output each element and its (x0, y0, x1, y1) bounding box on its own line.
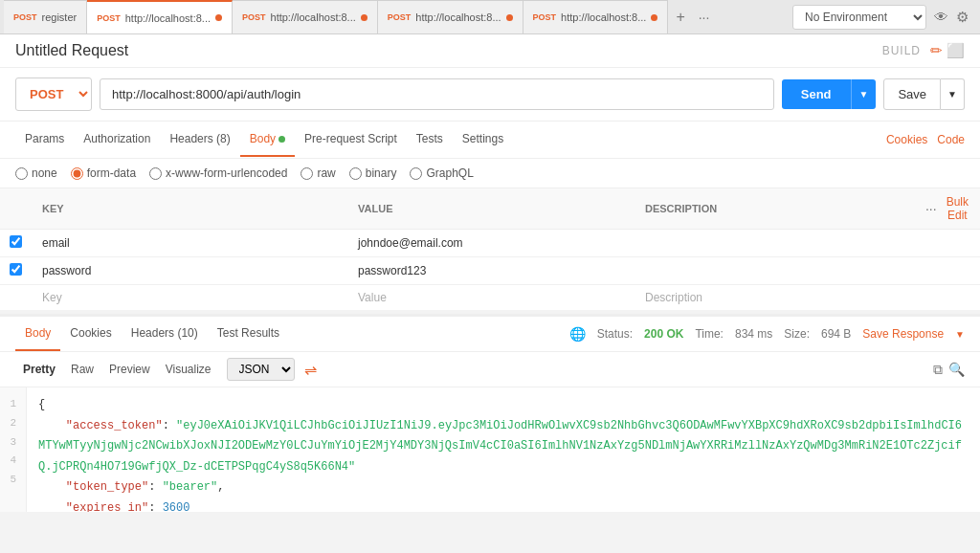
line-number: 1 (10, 395, 16, 414)
tab-tab1[interactable]: POSThttp://localhost:8... (87, 0, 233, 33)
time-value: 834 ms (735, 327, 772, 341)
resp-tab-cookies[interactable]: Cookies (60, 317, 121, 351)
settings-icon-button[interactable]: ⚙ (956, 9, 969, 26)
body-type-graphql[interactable]: GraphQL (410, 166, 473, 180)
resp-tab-test-results[interactable]: Test Results (208, 317, 289, 351)
url-bar: POST Send ▼ Save ▼ (0, 68, 980, 122)
wrap-icon-button[interactable]: ⇌ (299, 359, 323, 381)
sub-tab-authorization[interactable]: Authorization (74, 122, 160, 157)
request-title-bar: Untitled Request BUILD ✏ ⬜ (0, 34, 980, 68)
response-status-bar: 🌐 Status: 200 OK Time: 834 ms Size: 694 … (569, 326, 965, 342)
code-line: "token_type": "bearer", (38, 477, 969, 498)
url-input[interactable] (100, 78, 774, 110)
body-type-none[interactable]: none (15, 166, 57, 180)
row-value: johndoe@email.com (358, 236, 463, 250)
format-select[interactable]: JSON (227, 358, 295, 381)
line-number: 3 (10, 433, 16, 453)
body-type-bar: noneform-datax-www-form-urlencodedrawbin… (0, 159, 980, 188)
sub-tab-settings[interactable]: Settings (453, 122, 513, 157)
table-row: password password123 (0, 257, 980, 285)
table-row: email johndoe@email.com (0, 230, 980, 257)
placeholder-key: Key (42, 291, 62, 304)
code-line: "access_token": "eyJ0eXAiOiJKV1QiLCJhbGc… (38, 416, 969, 478)
view-tab-visualize[interactable]: Visualize (158, 358, 219, 381)
sub-tab-headers[interactable]: Headers (8) (160, 122, 239, 157)
sub-tab-tests[interactable]: Tests (407, 122, 453, 157)
row-key-cell: email (31, 230, 346, 257)
th-actions: ··· Bulk Edit (914, 188, 980, 230)
method-select[interactable]: POST (15, 77, 92, 111)
response-section: BodyCookiesHeaders (10)Test Results 🌐 St… (0, 314, 980, 512)
cookies-link[interactable]: Cookies (886, 122, 927, 158)
globe-icon: 🌐 (569, 326, 586, 342)
row-actions-cell (914, 230, 980, 257)
save-to-cloud-button[interactable]: ⬜ (947, 42, 965, 59)
row-description-cell (634, 257, 914, 285)
line-number: 2 (10, 414, 16, 433)
tab-register[interactable]: POSTregister (4, 0, 87, 33)
build-label: BUILD (882, 44, 921, 57)
body-type-binary[interactable]: binary (349, 166, 397, 180)
status-value: 200 OK (644, 327, 683, 341)
save-response-button[interactable]: Save Response (862, 327, 944, 341)
new-tab-button[interactable]: + (668, 0, 692, 34)
view-tab-raw[interactable]: Raw (63, 358, 101, 381)
edit-title-button[interactable]: ✏ (930, 42, 943, 59)
size-label: Size: (784, 327, 810, 341)
sub-tab-pre-request[interactable]: Pre-request Script (295, 122, 407, 157)
tab-tab2[interactable]: POSThttp://localhost:8... (233, 0, 378, 33)
tab-tab4[interactable]: POSThttp://localhost:8... (523, 0, 669, 33)
eye-icon-button[interactable]: 👁 (934, 9, 948, 25)
row-checkbox[interactable] (10, 235, 22, 248)
resp-tab-body[interactable]: Body (15, 317, 60, 351)
row-checkbox[interactable] (10, 263, 22, 276)
placeholder-description-cell[interactable]: Description (634, 285, 914, 311)
placeholder-value-cell[interactable]: Value (346, 285, 634, 311)
save-dropdown-button[interactable]: ▼ (941, 78, 965, 110)
sub-tab-params[interactable]: Params (15, 122, 74, 157)
send-dropdown-button[interactable]: ▼ (851, 79, 877, 109)
line-number: 5 (10, 471, 16, 490)
code-line: { (38, 395, 969, 416)
code-content: { "access_token": "eyJ0eXAiOiJKV1QiLCJhb… (27, 387, 980, 512)
body-type-raw[interactable]: raw (301, 166, 335, 180)
view-tab-preview[interactable]: Preview (101, 358, 158, 381)
save-button[interactable]: Save (883, 78, 941, 110)
row-description-cell (634, 230, 914, 257)
more-options-button[interactable]: ··· (925, 201, 937, 216)
placeholder-key-cell[interactable]: Key (31, 285, 346, 311)
search-response-button[interactable]: 🔍 (948, 362, 965, 378)
code-line: "expires_in": 3600 (38, 498, 969, 512)
status-label: Status: (597, 327, 633, 341)
copy-response-button[interactable]: ⧉ (933, 362, 943, 378)
send-button[interactable]: Send (782, 79, 851, 109)
resp-tabs-container: BodyCookiesHeaders (10)Test Results (15, 317, 289, 351)
row-checkbox-cell[interactable] (0, 230, 31, 257)
environment-select[interactable]: No Environment (792, 5, 926, 30)
placeholder-actions-cell (914, 285, 980, 311)
row-key-cell: password (31, 257, 346, 285)
row-checkbox-cell[interactable] (0, 257, 31, 285)
resp-tab-headers[interactable]: Headers (10) (122, 317, 208, 351)
time-label: Time: (695, 327, 724, 341)
body-types-container: noneform-datax-www-form-urlencodedrawbin… (15, 166, 474, 180)
view-tab-pretty[interactable]: Pretty (15, 358, 63, 381)
table-placeholder-row: Key Value Description (0, 285, 980, 311)
row-key: email (42, 236, 70, 250)
body-type-form-data[interactable]: form-data (71, 166, 136, 180)
sub-tabs-bar: ParamsAuthorizationHeaders (8)BodyPre-re… (0, 122, 980, 159)
tab-bar: POSTregisterPOSThttp://localhost:8...POS… (0, 0, 980, 34)
th-value: VALUE (346, 188, 634, 230)
body-type-x-www-form-urlencoded[interactable]: x-www-form-urlencoded (149, 166, 287, 180)
code-area: 12345 { "access_token": "eyJ0eXAiOiJKV1Q… (0, 387, 980, 512)
more-tabs-button[interactable]: ··· (693, 10, 716, 25)
row-value-cell: johndoe@email.com (346, 230, 634, 257)
sub-tab-body[interactable]: Body (240, 122, 295, 157)
bulk-edit-button[interactable]: Bulk Edit (947, 195, 969, 222)
tab-tab3[interactable]: POSThttp://localhost:8... (378, 0, 523, 33)
form-rows-container: email johndoe@email.com password passwor… (0, 230, 980, 311)
th-checkbox (0, 188, 31, 230)
code-link[interactable]: Code (937, 122, 965, 158)
view-tabs-container: PrettyRawPreviewVisualize (15, 358, 219, 381)
th-description: DESCRIPTION (634, 188, 914, 230)
